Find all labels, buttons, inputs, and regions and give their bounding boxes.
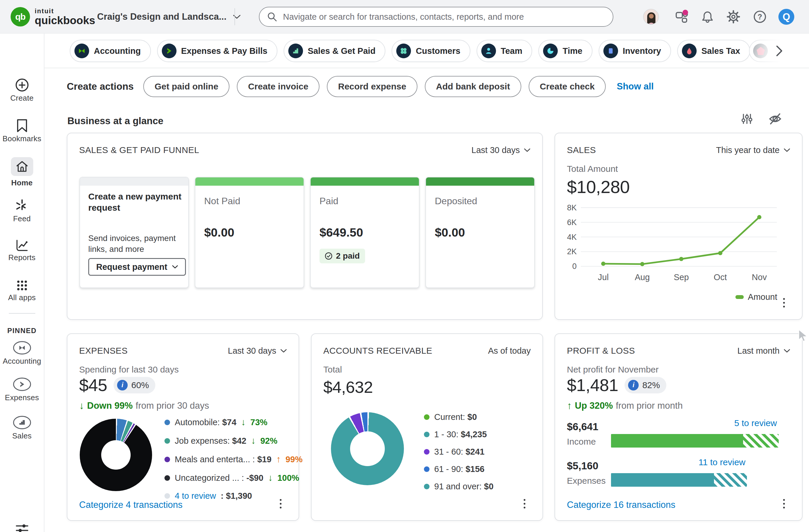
pill-customers[interactable]: Customers bbox=[392, 40, 470, 62]
pills-scroll-right-button[interactable] bbox=[773, 44, 786, 58]
card-title: ACCOUNTS RECEIVABLE bbox=[323, 346, 432, 356]
avatar[interactable] bbox=[643, 0, 659, 34]
sidebar-item-feed[interactable]: Feed bbox=[0, 199, 44, 223]
svg-text:Oct: Oct bbox=[714, 273, 727, 282]
widget-settings-sliders-icon[interactable] bbox=[740, 112, 754, 126]
pill-accounting[interactable]: Accounting bbox=[70, 40, 151, 62]
request-payment-button[interactable]: Request payment bbox=[88, 258, 186, 276]
legend-item: Uncategorized ... : -$90 ↓ 100% bbox=[165, 473, 303, 483]
categorize-transactions-link[interactable]: Categorize 4 transactions bbox=[79, 500, 183, 510]
svg-text:6K: 6K bbox=[567, 218, 577, 227]
funnel-stage-deposited[interactable]: Deposited $0.00 bbox=[425, 177, 535, 288]
bowtie-oval-icon bbox=[13, 340, 32, 356]
down-arrow-icon: ↓ bbox=[251, 435, 256, 446]
card-menu-button[interactable] bbox=[276, 497, 285, 510]
sidebar-item-reports[interactable]: Reports bbox=[0, 239, 44, 262]
legend-item: Meals and enterta... : $19 ↑ 99% bbox=[165, 454, 303, 465]
trend-line: ↑ Up 320% from prior month bbox=[567, 400, 683, 411]
spending-label: Spending for last 30 days bbox=[79, 364, 179, 375]
sidebar-customize[interactable]: Customize bbox=[0, 522, 44, 532]
home-icon bbox=[15, 160, 29, 173]
hide-widgets-eye-icon[interactable] bbox=[768, 112, 782, 126]
company-selector[interactable]: Craig's Design and Landsca... bbox=[97, 0, 241, 34]
categorize-transactions-link[interactable]: Categorize 16 transactions bbox=[567, 500, 675, 510]
receivable-donut-chart bbox=[331, 412, 404, 485]
legend-item: 31 - 60: $241 bbox=[424, 447, 494, 457]
funnel-stage-paid[interactable]: Paid $649.50 2 paid bbox=[310, 177, 419, 288]
record-expense-button[interactable]: Record expense bbox=[327, 76, 417, 97]
expenses-to-review-link[interactable]: 11 to review bbox=[699, 457, 745, 467]
accounting-bowtie-icon bbox=[74, 44, 89, 58]
pill-sales-tax[interactable]: Sales Tax bbox=[677, 40, 750, 62]
notifications-bell-icon[interactable] bbox=[700, 0, 715, 34]
top-bar: qb intuit quickbooks Craig's Design and … bbox=[0, 0, 809, 34]
notification-dot bbox=[683, 10, 688, 15]
apps-icon[interactable] bbox=[674, 0, 689, 34]
trend-line: ↓ Down 99% from prior 30 days bbox=[79, 400, 209, 411]
chevron-down-icon bbox=[784, 349, 790, 353]
search-input[interactable] bbox=[282, 12, 605, 22]
accounts-receivable-card: ACCOUNTS RECEIVABLE As of today Total $4… bbox=[311, 333, 543, 521]
chevron-down-icon bbox=[233, 15, 241, 19]
card-menu-button[interactable] bbox=[779, 296, 788, 309]
info-badge[interactable]: i 60% bbox=[114, 377, 155, 393]
get-paid-online-button[interactable]: Get paid online bbox=[143, 76, 229, 97]
sidebar-pinned-accounting[interactable]: Accounting bbox=[0, 340, 44, 366]
income-to-review-link[interactable]: 5 to review bbox=[734, 418, 777, 428]
team-person-icon bbox=[481, 44, 496, 58]
chart-legend: Amount bbox=[736, 292, 777, 302]
sales-stairs-icon bbox=[288, 44, 303, 58]
quickbooks-logo[interactable]: qb intuit quickbooks bbox=[11, 7, 95, 27]
sidebar-pinned-sales[interactable]: Sales bbox=[0, 415, 44, 441]
card-title: SALES bbox=[567, 145, 596, 155]
down-arrow-icon: ↓ bbox=[241, 417, 246, 428]
paid-count-badge: 2 paid bbox=[320, 248, 365, 263]
up-arrow-icon: ↑ bbox=[276, 454, 281, 465]
funnel-range-picker[interactable]: Last 30 days bbox=[471, 145, 530, 155]
sidebar-item-create[interactable]: Create bbox=[0, 78, 44, 103]
sidebar-pinned-expenses[interactable]: Expenses bbox=[0, 377, 44, 402]
sales-range-picker[interactable]: This year to date bbox=[716, 145, 790, 155]
avatar-photo bbox=[644, 10, 659, 25]
pill-inventory[interactable]: Inventory bbox=[599, 40, 671, 62]
add-bank-deposit-button[interactable]: Add bank deposit bbox=[425, 76, 521, 97]
svg-text:Nov: Nov bbox=[752, 273, 767, 282]
create-actions-row: Create actions Get paid online Create in… bbox=[67, 76, 654, 97]
assistant-icon[interactable]: Q bbox=[778, 0, 795, 34]
pill-expenses-pay-bills[interactable]: Expenses & Pay Bills bbox=[157, 40, 277, 62]
pill-time[interactable]: Time bbox=[538, 40, 592, 62]
section-title: Business at a glance bbox=[67, 115, 163, 126]
check-circle-icon bbox=[325, 252, 332, 260]
legend-swatch bbox=[736, 295, 744, 299]
pl-range-picker[interactable]: Last month bbox=[738, 346, 790, 356]
sidebar-item-home[interactable]: Home bbox=[0, 157, 44, 189]
show-all-link[interactable]: Show all bbox=[617, 81, 654, 92]
global-search[interactable] bbox=[259, 7, 613, 27]
total-label: Total bbox=[323, 364, 342, 375]
stairs-oval-icon bbox=[13, 415, 32, 430]
create-invoice-button[interactable]: Create invoice bbox=[237, 76, 320, 97]
funnel-stage-not-paid[interactable]: Not Paid $0.00 bbox=[195, 177, 304, 288]
expenses-range-picker[interactable]: Last 30 days bbox=[228, 346, 287, 356]
svg-text:8K: 8K bbox=[567, 203, 577, 212]
payment-request-card: Create a new payment request Send invoic… bbox=[80, 177, 189, 288]
card-menu-button[interactable] bbox=[779, 497, 788, 510]
info-badge[interactable]: i 82% bbox=[624, 377, 666, 393]
arrow-oval-icon bbox=[13, 377, 32, 392]
info-icon: i bbox=[628, 380, 639, 391]
settings-gear-icon[interactable] bbox=[726, 0, 741, 34]
income-amount: $6,641 bbox=[567, 421, 598, 432]
expenses-legend: Automobile: $74 ↓ 73% Job expenses: $42 … bbox=[165, 417, 303, 501]
help-icon[interactable]: ? bbox=[753, 0, 767, 34]
total-amount-label: Total Amount bbox=[567, 164, 618, 174]
svg-text:Sep: Sep bbox=[674, 273, 689, 282]
chevron-right-icon bbox=[776, 45, 783, 57]
chevron-down-icon bbox=[280, 349, 287, 353]
sidebar-item-bookmarks[interactable]: Bookmarks bbox=[0, 118, 44, 143]
pill-team[interactable]: Team bbox=[477, 40, 532, 62]
sidebar-item-all-apps[interactable]: All apps bbox=[0, 279, 44, 302]
info-icon: i bbox=[117, 380, 128, 391]
create-check-button[interactable]: Create check bbox=[529, 76, 606, 97]
card-menu-button[interactable] bbox=[520, 497, 529, 510]
pill-sales-get-paid[interactable]: Sales & Get Paid bbox=[283, 40, 386, 62]
